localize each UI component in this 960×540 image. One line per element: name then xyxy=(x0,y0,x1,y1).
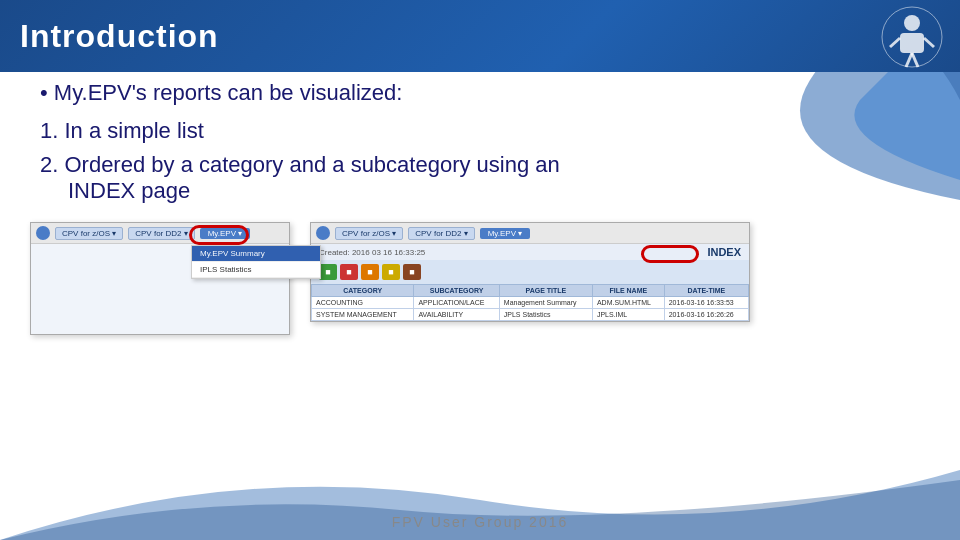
ss1-dropdown-menu: My.EPV Summary IPLS Statistics xyxy=(191,245,321,279)
ss2-date: Created: 2016 03 16 16:33:25 xyxy=(319,248,425,257)
ss1-tab-cpvdd2[interactable]: CPV for DD2 ▾ xyxy=(128,227,194,240)
slide-title: Introduction xyxy=(20,18,219,55)
ss2-cell-date2: 2016-03-16 16:26:26 xyxy=(664,309,748,321)
top-bar: Introduction xyxy=(0,0,960,72)
ss2-btn-brown[interactable]: ■ xyxy=(403,264,421,280)
svg-rect-2 xyxy=(900,33,924,53)
ss2-col-subcategory: SUBCATEGORY xyxy=(414,285,499,297)
svg-line-3 xyxy=(906,53,912,67)
ss2-circle-highlight xyxy=(641,245,699,263)
ss1-toolbar: CPV for z/OS ▾ CPV for DD2 ▾ My.EPV ▾ xyxy=(31,223,289,244)
ss2-col-category: CATEGORY xyxy=(312,285,414,297)
ss1-app-icon xyxy=(36,226,50,240)
screenshot-simple-list: CPV for z/OS ▾ CPV for DD2 ▾ My.EPV ▾ My… xyxy=(30,222,290,335)
bullet-point: • My.EPV's reports can be visualized: xyxy=(40,80,930,106)
ss2-table: CATEGORY SUBCATEGORY PAGE TITLE FILE NAM… xyxy=(311,284,749,321)
ss2-cell-file2: JPLS.IML xyxy=(592,309,664,321)
ss2-btn-orange[interactable]: ■ xyxy=(361,264,379,280)
main-content: • My.EPV's reports can be visualized: 1.… xyxy=(30,80,930,480)
svg-line-5 xyxy=(890,38,900,47)
ss1-menu-ipls[interactable]: IPLS Statistics xyxy=(192,262,320,278)
ss2-btn-red[interactable]: ■ xyxy=(340,264,358,280)
ss2-cell-file1: ADM.SUM.HTML xyxy=(592,297,664,309)
ss2-app-icon xyxy=(316,226,330,240)
ss2-col-datetime: DATE-TIME xyxy=(664,285,748,297)
ss1-circle-highlight xyxy=(189,225,249,245)
numbered-item-2: 2. Ordered by a category and a subcatego… xyxy=(40,152,930,204)
numbered-item-1: 1. In a simple list xyxy=(40,118,930,144)
ss2-cell-title1: Management Summary xyxy=(499,297,592,309)
ss2-cell-title2: JPLS Statistics xyxy=(499,309,592,321)
ss1-menu-summary[interactable]: My.EPV Summary xyxy=(192,246,320,262)
ss2-col-filename: FILE NAME xyxy=(592,285,664,297)
ss2-tab-myepv[interactable]: My.EPV ▾ xyxy=(480,228,531,239)
decorative-icon xyxy=(880,5,945,70)
ss2-row-1: ACCOUNTING APPLICATION/LACE Management S… xyxy=(312,297,749,309)
ss1-tab-cpvzos[interactable]: CPV for z/OS ▾ xyxy=(55,227,123,240)
svg-point-1 xyxy=(904,15,920,31)
screenshot-index: CPV for z/OS ▾ CPV for DD2 ▾ My.EPV ▾ Cr… xyxy=(310,222,750,322)
ss2-cell-date1: 2016-03-16 16:33:53 xyxy=(664,297,748,309)
ss2-row-2: SYSTEM MANAGEMENT AVAILABILITY JPLS Stat… xyxy=(312,309,749,321)
ss2-cell-subcat1: APPLICATION/LACE xyxy=(414,297,499,309)
svg-line-6 xyxy=(924,38,934,47)
screenshots-row: CPV for z/OS ▾ CPV for DD2 ▾ My.EPV ▾ My… xyxy=(30,222,930,335)
footer: FPV User Group 2016 xyxy=(0,514,960,530)
ss2-tab-cpvdd2[interactable]: CPV for DD2 ▾ xyxy=(408,227,474,240)
ss2-cell-cat1: ACCOUNTING xyxy=(312,297,414,309)
ss2-cell-subcat2: AVAILABILITY xyxy=(414,309,499,321)
ss2-tab-cpvzos[interactable]: CPV for z/OS ▾ xyxy=(335,227,403,240)
ss2-col-pagetitle: PAGE TITLE xyxy=(499,285,592,297)
ss2-btn-yellow[interactable]: ■ xyxy=(382,264,400,280)
ss2-action-bar: ■ ■ ■ ■ ■ xyxy=(311,260,749,284)
svg-line-4 xyxy=(912,53,918,67)
ss2-btn-green[interactable]: ■ xyxy=(319,264,337,280)
ss2-toolbar: CPV for z/OS ▾ CPV for DD2 ▾ My.EPV ▾ xyxy=(311,223,749,244)
ss2-index-label: INDEX xyxy=(707,246,741,258)
ss2-cell-cat2: SYSTEM MANAGEMENT xyxy=(312,309,414,321)
